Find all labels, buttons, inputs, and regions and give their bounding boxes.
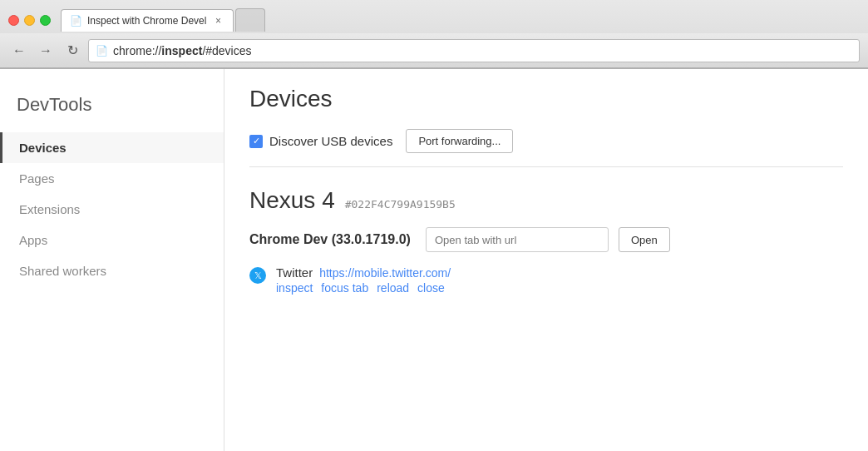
main-content: Devices ✓ Discover USB devices Port forw…: [224, 69, 868, 451]
discover-usb-text: Discover USB devices: [269, 134, 392, 148]
discover-usb-checkbox[interactable]: ✓: [249, 135, 263, 148]
open-tab-url-input[interactable]: [426, 227, 609, 252]
discover-row: ✓ Discover USB devices Port forwarding..…: [249, 129, 843, 167]
inspect-link[interactable]: inspect: [276, 281, 313, 295]
sidebar-item-apps[interactable]: Apps: [0, 225, 224, 255]
active-tab[interactable]: 📄 Inspect with Chrome Devel ×: [61, 9, 234, 32]
device-id: #022F4C799A9159B5: [345, 198, 456, 211]
sidebar-item-devices[interactable]: Devices: [0, 132, 224, 163]
page-title: Devices: [249, 86, 843, 112]
address-bar[interactable]: 📄 chrome://inspect/#devices: [88, 39, 860, 62]
minimize-button[interactable]: [24, 15, 35, 26]
sidebar-title: DevTools: [0, 86, 224, 132]
address-suffix: /#devices: [202, 44, 251, 57]
tab-icon: 📄: [70, 15, 82, 27]
open-tab-button[interactable]: Open: [619, 227, 670, 252]
twitter-icon: 𝕏: [249, 267, 266, 284]
page-icon: 📄: [96, 45, 108, 57]
focus-tab-link[interactable]: focus tab: [321, 281, 368, 295]
sidebar-item-shared-workers[interactable]: Shared workers: [0, 255, 224, 286]
sidebar-item-extensions[interactable]: Extensions: [0, 194, 224, 225]
toolbar: ← → ↻ 📄 chrome://inspect/#devices: [0, 33, 868, 68]
page-actions: inspect focus tab reload close: [276, 281, 451, 295]
discover-usb-label[interactable]: ✓ Discover USB devices: [249, 134, 392, 148]
tab-bar: 📄 Inspect with Chrome Devel ×: [61, 8, 265, 32]
browser-chrome: 📄 Inspect with Chrome Devel × ← → ↻ 📄 ch…: [0, 0, 868, 69]
twitter-page-row: 𝕏 Twitter https://mobile.twitter.com/ in…: [249, 265, 843, 295]
page-info: Twitter https://mobile.twitter.com/ insp…: [276, 265, 451, 295]
sidebar: DevTools Devices Pages Extensions Apps S…: [0, 69, 224, 451]
page-url-link[interactable]: https://mobile.twitter.com/: [319, 266, 451, 280]
traffic-lights: [8, 15, 51, 26]
device-name: Nexus 4: [249, 187, 335, 214]
device-section: Nexus 4 #022F4C799A9159B5 Chrome Dev (33…: [249, 187, 843, 295]
back-button[interactable]: ←: [8, 40, 30, 62]
page: DevTools Devices Pages Extensions Apps S…: [0, 69, 868, 451]
browser-version: Chrome Dev (33.0.1719.0): [249, 232, 416, 247]
sidebar-item-pages[interactable]: Pages: [0, 163, 224, 194]
close-button[interactable]: [8, 15, 19, 26]
page-tab-name: Twitter: [276, 265, 313, 280]
close-link[interactable]: close: [417, 281, 445, 295]
page-title-row: Twitter https://mobile.twitter.com/: [276, 265, 451, 280]
maximize-button[interactable]: [40, 15, 51, 26]
browser-row: Chrome Dev (33.0.1719.0) Open: [249, 227, 843, 252]
title-bar: 📄 Inspect with Chrome Devel ×: [0, 0, 868, 33]
address-text: chrome://inspect/#devices: [113, 44, 252, 57]
tab-close-button[interactable]: ×: [211, 14, 224, 27]
port-forwarding-button[interactable]: Port forwarding...: [406, 129, 513, 153]
device-header: Nexus 4 #022F4C799A9159B5: [249, 187, 843, 214]
reload-button[interactable]: ↻: [62, 40, 83, 62]
new-tab-button[interactable]: [235, 8, 265, 32]
address-bold: inspect: [161, 44, 202, 57]
forward-button[interactable]: →: [35, 40, 57, 62]
reload-link[interactable]: reload: [377, 281, 409, 295]
address-prefix: chrome://: [113, 44, 161, 57]
tab-title: Inspect with Chrome Devel: [87, 15, 206, 27]
